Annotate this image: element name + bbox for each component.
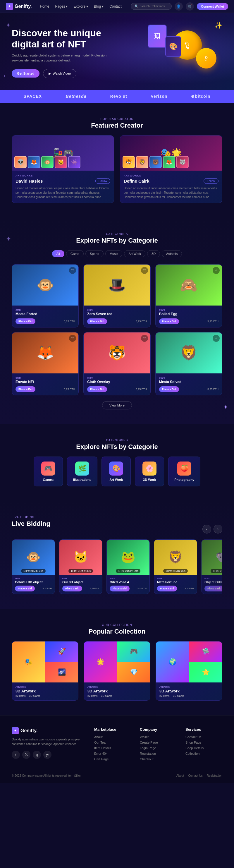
footer-link-cart[interactable]: Cart Page	[94, 757, 131, 761]
social-facebook[interactable]: f	[12, 751, 20, 759]
footer-link-create[interactable]: Create Page	[140, 741, 177, 744]
bid-btn-5[interactable]: Place a Bid	[204, 586, 222, 591]
footer-link-wallet[interactable]: Wallet	[140, 735, 177, 739]
user-icon-btn[interactable]: 👤	[175, 2, 183, 10]
bid-btn-4[interactable]: Place a Bid	[157, 586, 177, 591]
filter-game[interactable]: Game	[66, 250, 83, 257]
footer-link-registration[interactable]: Registation	[140, 752, 177, 755]
bid-btn-3[interactable]: Place a Bid	[110, 586, 130, 591]
nft-author-2: efark	[87, 308, 146, 311]
cat-card-artwork[interactable]: 🎨 Art Work	[101, 457, 131, 486]
get-started-button[interactable]: Get Started	[12, 69, 39, 78]
place-bid-4[interactable]: Place a Bid	[15, 386, 35, 392]
navbar-logo[interactable]: ✦ Genifty.	[6, 3, 32, 10]
col-img-3a: 🌍	[156, 642, 189, 682]
next-arrow[interactable]: ›	[213, 525, 222, 533]
collection-stat-items-1: 22 Items	[15, 694, 26, 698]
place-bid-2[interactable]: Place a Bid	[87, 318, 107, 324]
nft-card-2: 🎩 ♡ efark Zero Seven ted Place a Bid 3,2…	[83, 264, 151, 328]
filter-3d[interactable]: 3D	[147, 250, 160, 257]
cat-card-3dwork[interactable]: 🌸 3D Work	[135, 457, 164, 486]
filter-asthetis[interactable]: Asthetis	[162, 250, 182, 257]
collection-card-3: 🌍 🛸 ⭐ Artworks 3D Artwork 22 Items 3D Ga…	[156, 641, 222, 701]
live-bidding-label: Live Bidding	[12, 516, 202, 519]
nft-heart-4[interactable]: ♡	[69, 335, 76, 342]
footer-bottom-registration[interactable]: Registration	[207, 774, 222, 777]
footer-link-collection[interactable]: Collection	[186, 752, 222, 755]
logo-text: Genifty.	[14, 4, 32, 9]
footer-link-login[interactable]: Login Page	[140, 746, 177, 750]
nft-card-3: 🙈 ♡ efark Boiled Egg Place a Bid 3,25 ET…	[155, 264, 222, 328]
nav-contact[interactable]: Contact	[107, 3, 124, 10]
nft-heart-2[interactable]: ♡	[141, 267, 148, 274]
thumb-2-1: 🐯	[123, 156, 135, 168]
collection-footer-1: 22 Items 3D Game	[15, 694, 75, 698]
collection-stat-game-1: 3D Game	[29, 694, 41, 698]
follow-btn-1[interactable]: Follow	[95, 178, 110, 184]
collection-stat-items-3: 22 Items	[159, 694, 170, 698]
footer-link-team[interactable]: Our Team	[94, 741, 131, 744]
nft-name-5: Cloth Overlay	[87, 380, 146, 384]
thumb-2-4: 🦊	[163, 156, 175, 168]
nav-blog[interactable]: Blog ▾	[92, 3, 106, 10]
filter-all[interactable]: All	[52, 250, 64, 257]
nft-heart-1[interactable]: ♡	[69, 267, 76, 274]
footer-link-error[interactable]: Error 404	[94, 752, 131, 755]
bid-btn-1[interactable]: Place a Bid	[15, 586, 35, 591]
social-twitter[interactable]: 𝕏	[22, 751, 30, 759]
live-bidding-section: Live Bidding Live Bidding ‹ › 🐵 1Hrs: 21…	[0, 501, 234, 609]
footer-bottom-about[interactable]: About	[176, 774, 184, 777]
nft-heart-3[interactable]: ♡	[213, 267, 220, 274]
banner-thumb-row-2: 🐯 🦁 🐻 🦊 🐺	[120, 154, 222, 170]
nft-author-6: efark	[159, 376, 219, 379]
filter-music[interactable]: Music	[105, 250, 123, 257]
bid-name-4: Meta Fortune	[157, 580, 194, 584]
nft-heart-5[interactable]: ♡	[141, 335, 148, 342]
nft-img-6: 🦁 ♡	[156, 333, 222, 373]
bid-btn-2[interactable]: Place a Bid	[62, 586, 82, 591]
prev-arrow[interactable]: ‹	[202, 525, 211, 533]
footer-brand: ✦ Genifty. Quickly administrate open-sou…	[12, 727, 86, 761]
cat-card-illustrations[interactable]: 🌿 Illustrations	[67, 457, 97, 486]
footer-link-shop-details[interactable]: Shop Details	[186, 746, 222, 750]
place-bid-1[interactable]: Place a Bid	[15, 318, 35, 324]
footer-link-item-details[interactable]: Item Details	[94, 746, 131, 750]
footer-col-services: Services Contact Us Shop Page Shop Detai…	[186, 727, 222, 761]
nav-explore[interactable]: Explore ▾	[71, 3, 90, 10]
connect-wallet-button[interactable]: Connect Wallet	[197, 3, 228, 10]
footer-link-checkout[interactable]: Checkout	[140, 757, 177, 761]
bid-name-2: Our 3D object	[62, 580, 99, 584]
place-bid-6[interactable]: Place a Bid	[159, 386, 179, 392]
watch-video-button[interactable]: ▶ Watch Video	[43, 69, 76, 78]
bid-timer-1: 1Hrs: 21Min: 39s	[21, 569, 46, 573]
social-youtube[interactable]: yt	[43, 751, 52, 759]
cat-card-games[interactable]: 🎮 Games	[34, 457, 63, 486]
bid-img-2: 🐱 1Hrs: 21Min: 39s	[59, 540, 102, 575]
footer-link-about[interactable]: About	[94, 735, 131, 739]
cart-icon-btn[interactable]: 🛒	[186, 2, 194, 10]
follow-btn-2[interactable]: Follow	[204, 178, 219, 184]
footer-link-shop[interactable]: Shop Page	[186, 741, 222, 744]
nft-price-3: 3,25 ETH	[207, 320, 219, 323]
nft-grid: 🐵 ♡ efark Meata Forted Place a Bid 3,25 …	[12, 264, 222, 395]
popular-collection-section: Our Collection Popular Collection 🎭 🚀 🌌 …	[0, 609, 234, 715]
cat-card-photography[interactable]: 🍑 Photography	[168, 457, 200, 486]
place-bid-3[interactable]: Place a Bid	[159, 318, 179, 324]
filter-artwork[interactable]: Art Work	[124, 250, 145, 257]
play-icon: ▶	[48, 72, 51, 75]
footer-links-company: Wallet Create Page Login Page Registatio…	[140, 735, 177, 761]
nft-body-6: efark Meata Solved Place a Bid 3,25 ETH	[156, 373, 222, 395]
filter-sports[interactable]: Sports	[86, 250, 104, 257]
footer-link-contact[interactable]: Contact Us	[186, 735, 222, 739]
collection-body-3: Artworks 3D Artwork 22 Items 3D Game	[156, 682, 222, 700]
social-instagram[interactable]: ig	[33, 751, 41, 759]
bid-card-5: 🐨 1Hrs: 21Min: 39s efark Object Orkd Pla…	[201, 539, 222, 594]
navbar-search[interactable]: 🔍 Search Collections	[131, 3, 172, 10]
nav-pages[interactable]: Pages ▾	[53, 3, 70, 10]
nav-home[interactable]: Home	[37, 3, 52, 10]
footer-bottom-contact[interactable]: Contact Us	[188, 774, 202, 777]
nft-heart-6[interactable]: ♡	[213, 335, 220, 342]
logo-icon: ✦	[6, 3, 13, 10]
view-more-button[interactable]: View More	[102, 401, 132, 409]
place-bid-5[interactable]: Place a Bid	[87, 386, 107, 392]
